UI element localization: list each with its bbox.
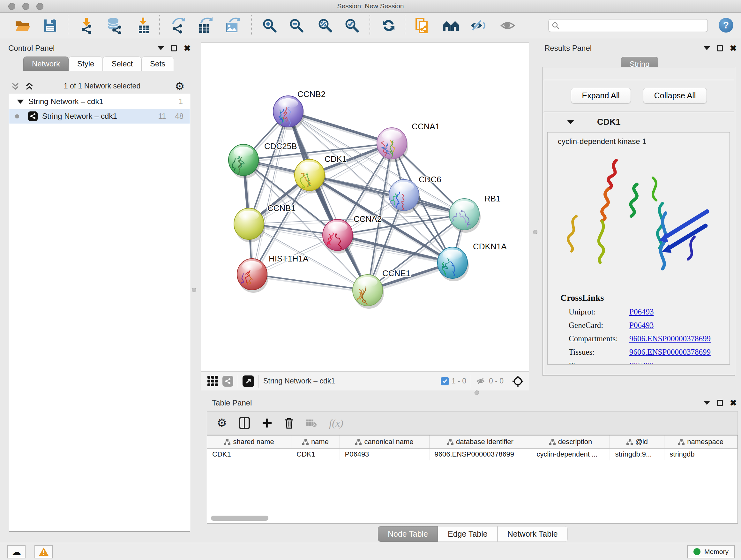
table-row[interactable]: CDK1CDK1P064939606.ENSP00000378699cyclin… [207,448,738,460]
network-collection-row[interactable]: String Network – cdk1 1 [9,94,190,109]
right-splitter-handle[interactable] [533,230,537,234]
gene-section-header[interactable]: CDK1 [544,113,734,131]
import-table-button[interactable] [135,17,152,34]
control-panel-maximize-icon[interactable] [171,45,177,51]
open-in-window-icon[interactable] [243,375,254,387]
zoom-fit-button[interactable] [317,17,334,34]
crosslink-link[interactable]: 9606.ENSP00000378699 [629,334,711,343]
search-input[interactable] [559,21,700,30]
tab-edge-table[interactable]: Edge Table [438,526,497,542]
tab-style[interactable]: Style [69,57,103,71]
table-cell[interactable]: CDK1 [207,448,291,460]
section-expander-icon[interactable] [567,120,574,124]
expand-all-button[interactable]: Expand All [571,88,631,104]
table-cell[interactable]: CDK1 [291,448,340,460]
table-panel-maximize-icon[interactable] [717,400,723,406]
apply-layout-button[interactable] [380,17,397,34]
tab-sets[interactable]: Sets [141,57,174,71]
clone-network-button[interactable] [414,17,431,34]
selected-checkbox-icon[interactable] [441,377,449,385]
column-header-database-identifier[interactable]: database identifier [429,435,531,448]
results-panel-float-icon[interactable] [704,46,710,50]
left-splitter-handle[interactable] [192,288,196,292]
node-label-CDK1: CDK1 [325,154,347,164]
collapse-all-tree-icon[interactable] [11,82,20,91]
function-builder-icon[interactable]: f(x) [329,417,343,429]
table-cell[interactable]: 9606.ENSP00000378699 [429,448,531,460]
horizontal-splitter-handle[interactable] [475,390,479,395]
zoom-selected-button[interactable] [343,17,360,34]
protein-structure-image [557,155,723,283]
column-header-namespace[interactable]: namespace [664,435,738,448]
collapse-all-button[interactable]: Collapse All [643,88,707,104]
column-header-name[interactable]: name [291,435,340,448]
app-window: Session: New Session [0,0,741,560]
fit-content-crosshair-icon[interactable] [512,375,524,387]
network-row-selected[interactable]: String Network – cdk1 11 48 [9,109,190,124]
edge-CCNB2-CCNE1[interactable] [288,111,367,290]
cloud-button[interactable]: ☁ [7,545,25,558]
export-table-button[interactable] [196,17,213,34]
table-horizontal-scrollbar[interactable] [211,516,268,521]
import-network-from-database-button[interactable] [106,17,123,34]
tree-expander-icon[interactable] [17,100,24,104]
tab-node-table[interactable]: Node Table [378,526,438,542]
warnings-button[interactable] [35,545,53,558]
column-header-canonical-name[interactable]: canonical name [340,435,429,448]
expand-all-tree-icon[interactable] [25,82,34,91]
network-panel-gear-icon[interactable]: ⚙ [175,80,185,92]
import-network-button[interactable] [78,17,95,34]
export-image-button[interactable] [223,17,240,34]
network-canvas[interactable]: CCNB2CCNA1CDC25BCDK1CDC6RB1CCNB1CCNA2CDK… [201,43,529,371]
home-button[interactable] [442,17,460,34]
tab-network-table[interactable]: Network Table [497,526,568,542]
control-panel-float-icon[interactable] [158,46,164,50]
crosslinks-title: CrossLinks [560,293,730,303]
open-session-button[interactable] [14,17,31,34]
save-session-button[interactable] [42,17,59,34]
table-cell[interactable]: cyclin-dependent ... [531,448,610,460]
crosslink-link[interactable]: P06493 [629,307,654,316]
table-panel-close-icon[interactable]: ✖ [730,400,737,406]
results-panel-maximize-icon[interactable] [717,45,723,51]
network-node-CCNE1[interactable] [353,274,384,309]
table-cell[interactable]: stringdb:9... [610,448,664,460]
select-columns-icon[interactable] [239,417,250,429]
table-cell[interactable]: stringdb [664,448,738,460]
delete-column-icon[interactable] [284,417,294,429]
help-button[interactable]: ? [719,18,733,33]
crosslink-link[interactable]: P06493 [629,361,654,365]
network-node-HIST1H1A[interactable] [237,259,268,294]
table-gear-icon[interactable]: ⚙ [217,416,227,430]
tab-select[interactable]: Select [103,57,141,71]
control-panel-close-icon[interactable]: ✖ [184,45,191,51]
memory-status-dot-icon [693,548,700,555]
tab-network[interactable]: Network [23,57,69,71]
divider [259,375,259,388]
hide-unhide-button[interactable] [469,17,486,34]
export-network-button[interactable] [169,17,186,34]
column-header-shared-name[interactable]: shared name [207,435,291,448]
zoom-in-button[interactable] [261,17,278,34]
network-collection-label: String Network – cdk1 [28,97,104,106]
network-node-CDKN1A[interactable] [437,247,469,281]
table-cell[interactable]: P06493 [340,448,429,460]
memory-button[interactable]: Memory [687,545,735,558]
delete-table-icon[interactable] [306,418,317,428]
network-node-CDC25B[interactable] [228,144,260,179]
crosslink-link[interactable]: P06493 [629,321,654,330]
show-graphics-button[interactable] [499,17,516,34]
add-column-icon[interactable] [262,418,272,428]
crosslink-link[interactable]: 9606.ENSP00000378699 [629,348,711,357]
results-panel-close-icon[interactable]: ✖ [730,45,737,51]
table-panel-float-icon[interactable] [704,401,710,405]
network-type-badge-icon[interactable] [222,376,233,387]
column-header-description[interactable]: description [531,435,610,448]
network-node-CCNA1[interactable] [377,128,408,162]
crosslink-label: Compartments: [569,334,629,343]
export-image-icon [224,17,240,34]
network-node-CDK1[interactable] [294,159,326,193]
column-header--id[interactable]: @id [610,435,664,448]
birds-eye-view-icon[interactable] [207,376,218,386]
zoom-out-button[interactable] [288,17,305,34]
